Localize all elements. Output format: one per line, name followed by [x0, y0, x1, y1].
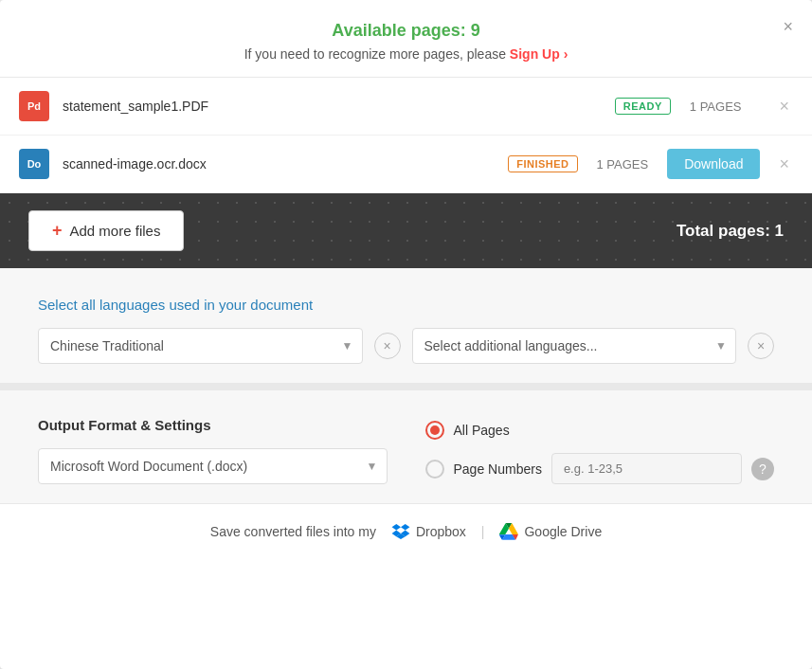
languages-section: Select all languages used in your docume… [0, 268, 812, 383]
file-badge-doc: Do [19, 149, 49, 179]
dark-bar: + Add more files Total pages: 1 [0, 193, 812, 268]
signup-link[interactable]: Sign Up › [510, 46, 568, 62]
languages-section-label: Select all languages used in your docume… [38, 297, 774, 313]
file-remove-button[interactable]: × [775, 154, 793, 174]
format-select[interactable]: Microsoft Word Document (.docx) [38, 448, 388, 484]
plus-icon: + [52, 221, 63, 241]
page-numbers-input[interactable] [551, 453, 742, 484]
output-left: Output Format & Settings Microsoft Word … [38, 417, 388, 484]
svg-marker-0 [391, 524, 400, 531]
gdrive-service[interactable]: Google Drive [499, 523, 602, 540]
all-pages-radio[interactable] [425, 421, 444, 440]
gdrive-label: Google Drive [524, 524, 602, 539]
primary-language-select-wrap: Chinese Traditional ▼ [38, 328, 363, 364]
file-name: statement_sample1.PDF [63, 99, 615, 114]
add-files-label: Add more files [70, 223, 161, 239]
languages-label-accent: in your document [204, 297, 313, 313]
status-badge-finished: FINISHED [508, 155, 577, 172]
total-pages-label: Total pages: 1 [677, 222, 784, 241]
secondary-language-select-wrap: Select additional languages... ▼ [412, 328, 737, 364]
main-modal: Available pages: 9 If you need to recogn… [0, 0, 812, 669]
file-list: Pd statement_sample1.PDF READY 1 PAGES ×… [0, 78, 812, 193]
title-prefix: Available pages: [332, 21, 470, 40]
svg-marker-1 [401, 524, 409, 531]
format-select-wrap: Microsoft Word Document (.docx) ▼ [38, 448, 388, 484]
download-button[interactable]: Download [667, 149, 760, 179]
page-numbers-radio[interactable] [425, 460, 444, 479]
pages-label: 1 PAGES [597, 157, 649, 172]
secondary-language-clear-button[interactable]: × [748, 333, 774, 359]
primary-language-select[interactable]: Chinese Traditional [38, 328, 363, 364]
modal-close-button[interactable]: × [783, 17, 793, 37]
file-badge-pdf: Pd [19, 91, 49, 121]
pages-label: 1 PAGES [690, 99, 742, 114]
secondary-language-select[interactable]: Select additional languages... [412, 328, 737, 364]
page-numbers-row: Page Numbers ? [425, 453, 775, 484]
google-drive-icon [499, 523, 518, 540]
file-row: Do scanned-image.ocr.docx FINISHED 1 PAG… [0, 136, 812, 193]
dropbox-label: Dropbox [416, 524, 466, 539]
all-pages-radio-row: All Pages [425, 421, 775, 440]
available-pages-count: 9 [471, 21, 480, 40]
file-name: scanned-image.ocr.docx [63, 156, 508, 172]
primary-language-clear-button[interactable]: × [374, 333, 401, 359]
modal-title: Available pages: 9 [38, 21, 774, 41]
status-badge: READY [615, 98, 671, 115]
page-numbers-label: Page Numbers [454, 461, 542, 477]
output-title: Output Format & Settings [38, 417, 388, 433]
file-row: Pd statement_sample1.PDF READY 1 PAGES × [0, 78, 812, 136]
modal-header: Available pages: 9 If you need to recogn… [0, 0, 812, 78]
footer-divider: | [481, 524, 485, 539]
footer-save-text: Save converted files into my [210, 524, 376, 539]
subtitle-prefix: If you need to recognize more pages, ple… [244, 46, 510, 62]
all-pages-label: All Pages [454, 423, 510, 438]
page-numbers-help-button[interactable]: ? [751, 458, 774, 480]
output-section: Output Format & Settings Microsoft Word … [0, 383, 812, 503]
modal-subtitle: If you need to recognize more pages, ple… [38, 46, 774, 62]
output-right: All Pages Page Numbers ? [425, 417, 775, 484]
footer-bar: Save converted files into my Dropbox | G… [0, 503, 812, 559]
file-remove-button[interactable]: × [775, 97, 793, 117]
dropbox-service[interactable]: Dropbox [391, 524, 466, 539]
language-row: Chinese Traditional ▼ × Select additiona… [38, 328, 774, 364]
dropbox-icon [391, 524, 410, 539]
add-files-button[interactable]: + Add more files [28, 210, 184, 251]
